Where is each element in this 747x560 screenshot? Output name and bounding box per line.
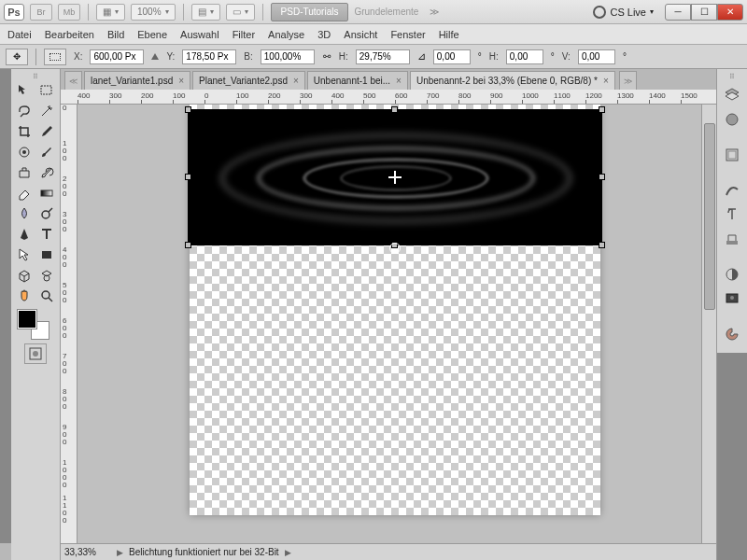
document-tab-1[interactable]: Planet_Variante2.psd× (192, 71, 305, 90)
3d-camera-tool[interactable] (35, 265, 58, 286)
vertical-scrollbar[interactable] (701, 105, 716, 543)
zoom-tool[interactable] (35, 286, 58, 306)
handle-top-right[interactable] (599, 106, 605, 113)
ruler-horizontal[interactable]: 4003002001000100200300400500600700800900… (61, 90, 716, 105)
foreground-swatch[interactable] (18, 310, 36, 329)
menu-bild[interactable]: Bild (107, 29, 124, 40)
status-arrow-left-icon[interactable]: ▶ (117, 548, 123, 557)
menu-3d[interactable]: 3D (317, 29, 331, 40)
workspace-label[interactable]: Grundelemente (354, 7, 418, 17)
psd-tutorials-button[interactable]: PSD-Tutorials (271, 3, 349, 21)
path-select-tool[interactable] (13, 245, 35, 265)
minibridge-button[interactable]: Mb (58, 4, 80, 21)
reference-point-icon[interactable] (44, 49, 66, 65)
menu-ebene[interactable]: Ebene (137, 29, 167, 40)
styles-panel-icon[interactable] (720, 228, 744, 250)
adjustments-panel-icon[interactable] (720, 108, 744, 131)
crop-tool[interactable] (13, 121, 35, 142)
height-input[interactable] (356, 49, 410, 64)
maximize-button[interactable]: ☐ (691, 4, 717, 21)
skew-h-input[interactable] (506, 49, 543, 64)
menu-hilfe[interactable]: Hilfe (439, 29, 459, 40)
histogram-panel-icon[interactable] (720, 287, 744, 310)
transform-center-icon[interactable] (388, 171, 402, 184)
handle-bot-left[interactable] (185, 242, 191, 248)
tab-close-icon[interactable]: × (396, 76, 402, 86)
workspace-more-icon[interactable]: ≫ (430, 7, 439, 17)
menu-datei[interactable]: Datei (7, 29, 32, 40)
move-tool[interactable] (13, 80, 35, 101)
paragraph-panel-icon[interactable] (720, 144, 744, 166)
character-panel-icon[interactable] (720, 203, 744, 226)
3d-object-tool[interactable] (13, 265, 35, 286)
tabs-scroll-left[interactable]: ≪ (64, 71, 82, 90)
menu-filter[interactable]: Filter (233, 29, 255, 40)
swatches-panel-icon[interactable] (720, 179, 744, 202)
document-tab-0[interactable]: lanet_Variante1.psd× (84, 71, 190, 90)
ruler-vertical[interactable]: 010020030040050060070080090010001100 (61, 105, 78, 543)
close-button[interactable]: ✕ (717, 4, 743, 21)
menu-bearbeiten[interactable]: Bearbeiten (45, 29, 94, 40)
handle-top-left[interactable] (185, 106, 191, 113)
gradient-tool[interactable] (35, 183, 58, 203)
tab-close-icon[interactable]: × (293, 76, 299, 86)
eraser-tool[interactable] (13, 183, 35, 203)
dodge-tool[interactable] (35, 203, 58, 224)
y-input[interactable] (182, 49, 236, 64)
width-input[interactable] (261, 49, 315, 64)
color-panel-icon[interactable] (720, 323, 744, 345)
screen-mode-dropdown[interactable]: ▭ (226, 4, 255, 21)
tabs-scroll-right[interactable]: ≫ (619, 71, 637, 90)
brightness-panel-icon[interactable] (720, 263, 744, 286)
clone-tool[interactable] (13, 162, 35, 183)
canvas-viewport[interactable] (78, 105, 701, 543)
document-tab-3[interactable]: Unbenannt-2 bei 33,3% (Ebene 0, RGB/8) *… (410, 71, 615, 90)
link-icon[interactable]: ⚯ (322, 50, 331, 63)
layers-panel-icon[interactable] (720, 84, 744, 106)
scrollbar-thumb[interactable] (704, 123, 715, 310)
transform-pivot-icon[interactable] (389, 243, 401, 254)
left-collapse-strip[interactable] (0, 69, 11, 543)
x-input[interactable] (90, 49, 144, 64)
pen-tool[interactable] (13, 224, 35, 245)
tools-grip[interactable]: ⠿ (13, 73, 58, 80)
handle-mid-left[interactable] (185, 174, 191, 180)
skew-v-input[interactable] (578, 49, 615, 64)
arrange-documents-dropdown[interactable]: ▤ (191, 4, 220, 21)
handle-top-mid[interactable] (391, 106, 398, 113)
eyedropper-tool[interactable] (35, 121, 58, 142)
view-extras-dropdown[interactable]: ▦ (96, 4, 125, 21)
transform-tool-icon[interactable]: ✥ (6, 49, 28, 65)
spot-heal-tool[interactable] (13, 142, 35, 162)
lasso-tool[interactable] (13, 101, 35, 121)
status-zoom[interactable]: 33,33% (64, 547, 111, 557)
blur-tool[interactable] (13, 203, 35, 224)
color-swatches[interactable] (18, 310, 53, 340)
handle-mid-right[interactable] (599, 174, 605, 180)
shape-tool[interactable] (35, 245, 58, 265)
angle-input[interactable] (433, 49, 471, 64)
document-tab-2[interactable]: Unbenannt-1 bei...× (307, 71, 408, 90)
hand-tool[interactable] (13, 286, 35, 306)
tab-close-icon[interactable]: × (603, 76, 609, 86)
minimize-button[interactable]: ─ (665, 4, 691, 21)
magic-wand-tool[interactable] (35, 101, 58, 121)
transform-bounding-box[interactable] (188, 109, 602, 245)
history-brush-tool[interactable] (35, 162, 58, 183)
type-tool[interactable] (35, 224, 58, 245)
menu-ansicht[interactable]: Ansicht (344, 29, 377, 40)
tab-close-icon[interactable]: × (178, 76, 184, 86)
menu-auswahl[interactable]: Auswahl (180, 29, 219, 40)
quickmask-toggle[interactable] (24, 343, 47, 364)
handle-bot-right[interactable] (599, 242, 605, 248)
app-logo[interactable]: Ps (4, 4, 24, 21)
cslive-button[interactable]: CS Live ▾ (593, 6, 654, 19)
menu-analyse[interactable]: Analyse (268, 29, 304, 40)
brush-tool[interactable] (35, 142, 58, 162)
marquee-rect-tool[interactable] (35, 80, 58, 101)
zoom-level-dropdown[interactable]: 100% (131, 4, 176, 21)
menu-fenster[interactable]: Fenster (390, 29, 425, 40)
dock-grip[interactable]: ⠿ (729, 73, 735, 82)
status-arrow-right-icon[interactable]: ▶ (285, 548, 291, 557)
bridge-button[interactable]: Br (30, 4, 52, 21)
